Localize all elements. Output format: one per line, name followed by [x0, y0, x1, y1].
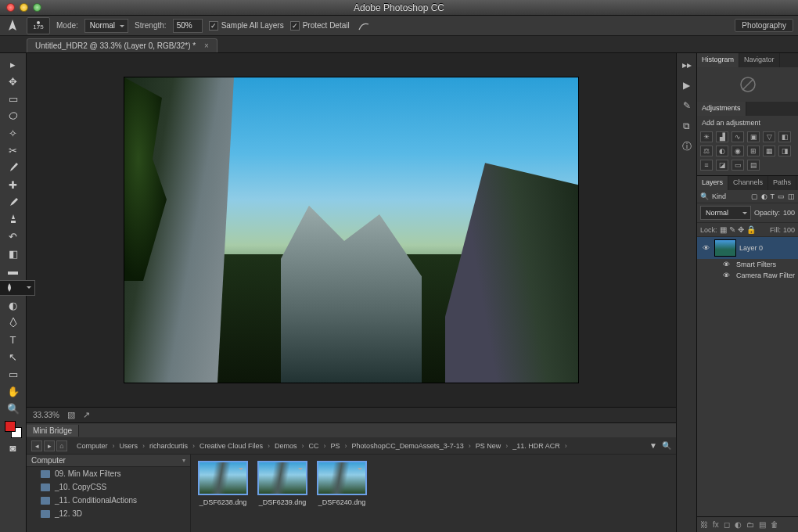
pressure-icon[interactable] [356, 18, 372, 34]
layer-row[interactable]: 👁 Layer 0 [697, 237, 798, 259]
crumb[interactable]: CC [309, 442, 326, 450]
brush-tool[interactable] [3, 194, 23, 210]
canvas-area[interactable] [27, 53, 676, 407]
document-canvas[interactable] [124, 77, 578, 383]
mask-icon[interactable]: ◻ [724, 520, 730, 529]
mini-bridge-tab[interactable]: Mini Bridge [27, 425, 79, 437]
gradient-tool[interactable]: ▬ [3, 263, 23, 279]
zoom-tool[interactable]: 🔍 [3, 401, 23, 416]
current-tool-icon[interactable] [5, 18, 20, 34]
mb-home-icon[interactable]: ⌂ [56, 440, 67, 451]
lock-paint-icon[interactable]: ✎ [729, 225, 735, 234]
protect-detail-checkbox[interactable]: ✓Protect Detail [290, 21, 350, 31]
crumb[interactable]: richardcurtis [149, 442, 195, 450]
status-share-icon[interactable]: ↗ [83, 410, 90, 420]
crumb[interactable]: PS [331, 442, 347, 450]
wand-tool[interactable]: ✧ [3, 125, 23, 141]
type-tool[interactable]: T [3, 332, 23, 347]
mb-folder[interactable]: _10. CopyCSS [27, 480, 190, 494]
visibility-icon[interactable]: 👁 [721, 261, 732, 268]
strength-input[interactable]: 50% [173, 19, 203, 33]
mb-fwd-icon[interactable]: ▸ [44, 440, 55, 451]
adj-mixer-icon[interactable]: ⊞ [747, 146, 760, 156]
trash-icon[interactable]: 🗑 [771, 520, 778, 529]
filter-shape-icon[interactable]: ▭ [778, 192, 785, 200]
play-icon[interactable]: ▶ [680, 78, 694, 92]
info-panel-icon[interactable]: ⓘ [680, 139, 694, 153]
close-tab-icon[interactable]: × [204, 41, 209, 50]
mb-thumb[interactable]: _DSF6240.dng [316, 461, 368, 526]
adj-gradmap-icon[interactable]: ▭ [732, 160, 744, 171]
document-tab[interactable]: Untitled_HDR2 @ 33.3% (Layer 0, RGB/32*)… [27, 38, 217, 52]
lasso-tool[interactable] [3, 108, 23, 124]
brush-preset[interactable]: 175 [27, 17, 50, 34]
mb-search-icon[interactable]: 🔍 [662, 441, 671, 450]
mb-back-icon[interactable]: ◂ [31, 440, 42, 451]
lock-all-icon[interactable]: 🔒 [746, 225, 756, 234]
zoom-level[interactable]: 33.33% [33, 411, 59, 419]
workspace-picker[interactable]: Photography [735, 19, 793, 32]
heal-tool[interactable]: ✚ [3, 177, 23, 192]
mode-select[interactable]: Normal [84, 19, 128, 33]
crumb[interactable]: Computer [77, 442, 115, 450]
crumb[interactable]: Demos [275, 442, 304, 450]
status-info-icon[interactable]: ▧ [67, 410, 75, 420]
lock-trans-icon[interactable]: ▦ [720, 225, 727, 234]
filter-smart-icon[interactable]: ◫ [788, 192, 795, 200]
layers-tab[interactable]: Layers [697, 176, 728, 190]
adj-exposure-icon[interactable]: ▣ [747, 131, 760, 142]
filter-kind-icon[interactable]: 🔍 [700, 192, 709, 200]
blend-mode-select[interactable]: Normal [700, 206, 751, 220]
adj-balance-icon[interactable]: ⚖ [700, 146, 713, 156]
layer-thumb[interactable] [714, 239, 736, 257]
mb-folder[interactable]: 09. Min Max Filters [27, 467, 190, 480]
eraser-tool[interactable]: ◧ [3, 246, 23, 261]
crumb[interactable]: PhotoshopCC_DemoAssets_3-7-13 [352, 442, 471, 450]
filter-row[interactable]: 👁 Camera Raw Filter [697, 270, 798, 281]
filter-image-icon[interactable]: ▢ [751, 192, 758, 200]
clone-panel-icon[interactable]: ⧉ [680, 119, 694, 133]
paths-tab[interactable]: Paths [768, 176, 796, 190]
pen-tool[interactable] [3, 315, 23, 330]
histogram-tab[interactable]: Histogram [697, 53, 739, 67]
dodge-tool[interactable]: ◐ [3, 297, 23, 313]
new-adj-icon[interactable]: ◐ [735, 520, 742, 529]
history-brush-tool[interactable]: ↶ [3, 228, 23, 244]
adj-bw-icon[interactable]: ◐ [716, 146, 728, 156]
crumb[interactable]: Creative Cloud Files [200, 442, 270, 450]
sample-all-checkbox[interactable]: ✓Sample All Layers [209, 21, 284, 31]
adjustments-tab[interactable]: Adjustments [697, 102, 746, 116]
adj-curves-icon[interactable]: ∿ [732, 131, 744, 142]
mb-thumb[interactable]: _DSF6239.dng [257, 461, 308, 526]
crumb[interactable]: Users [120, 442, 146, 450]
filter-type-icon[interactable]: T [771, 192, 775, 200]
fill-value[interactable]: 100 [783, 226, 795, 234]
eyedropper-tool[interactable] [3, 160, 23, 175]
marquee-tool[interactable]: ▭ [3, 91, 23, 106]
opacity-value[interactable]: 100 [783, 209, 795, 217]
channels-tab[interactable]: Channels [728, 176, 768, 190]
mb-thumb[interactable]: _DSF6238.dng [197, 461, 249, 526]
crumb[interactable]: _11. HDR ACR [512, 442, 567, 450]
filter-adj-icon[interactable]: ◐ [761, 192, 767, 200]
new-layer-icon[interactable]: ▤ [759, 520, 766, 529]
mb-filter-icon[interactable]: ▼ [649, 441, 657, 450]
navigator-tab[interactable]: Navigator [739, 53, 780, 67]
color-swatches[interactable] [5, 421, 22, 438]
fx-icon[interactable]: fx [713, 520, 719, 529]
group-icon[interactable]: 🗀 [746, 520, 754, 529]
collapse-icon[interactable]: ▸ [3, 56, 23, 72]
adj-lookup-icon[interactable]: ▦ [763, 146, 775, 156]
adj-poster-icon[interactable]: ≡ [700, 160, 713, 171]
smart-filters-row[interactable]: 👁 Smart Filters [697, 259, 798, 270]
collapse-panels-icon[interactable]: ▸▸ [680, 58, 694, 72]
quickmask-icon[interactable]: ◙ [3, 440, 23, 455]
adj-hue-icon[interactable]: ◧ [778, 131, 791, 142]
adj-vibrance-icon[interactable]: ▽ [763, 131, 775, 142]
visibility-icon[interactable]: 👁 [700, 244, 711, 252]
foreground-swatch[interactable] [5, 421, 16, 432]
lock-pos-icon[interactable]: ✥ [738, 225, 744, 234]
adj-thresh-icon[interactable]: ◪ [716, 160, 728, 171]
brush-panel-icon[interactable]: ✎ [680, 99, 694, 113]
adj-photo-icon[interactable]: ◉ [732, 146, 744, 156]
